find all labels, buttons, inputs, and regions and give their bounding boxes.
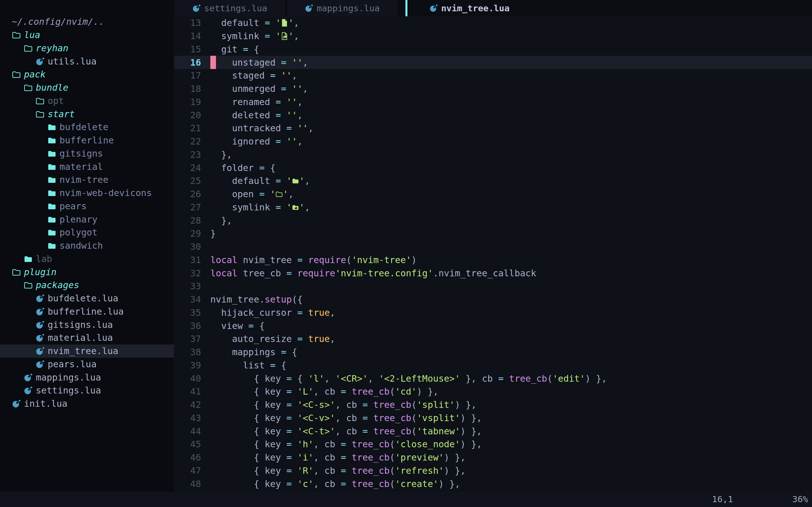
tree-item-bufferline-lua[interactable]: bufferline.lua [0, 305, 174, 318]
tree-item-material-lua[interactable]: material.lua [0, 331, 174, 344]
tree-item-pears-lua[interactable]: pears.lua [0, 358, 174, 371]
code-area[interactable]: 13 default = '',14 symlink = '',15 git =… [174, 16, 812, 490]
code-line-34[interactable]: 34nvim_tree.setup({ [174, 293, 812, 306]
line-text: deleted = '', [210, 110, 303, 121]
tree-item-nvim-web-devicons[interactable]: nvim-web-devicons [0, 186, 174, 200]
tree-item-start[interactable]: start [0, 107, 174, 121]
code-line-46[interactable]: 46 { key = 'i', cb = tree_cb('preview') … [174, 451, 812, 464]
dir-open-icon [36, 96, 45, 105]
code-line-45[interactable]: 45 { key = 'h', cb = tree_cb('close_node… [174, 438, 812, 451]
tree-item-sandwich[interactable]: sandwich [0, 239, 174, 252]
dir-closed-icon [47, 202, 56, 211]
tree-item-utils-lua[interactable]: utils.lua [0, 55, 174, 68]
line-number: 37 [174, 334, 201, 344]
tree-item-nvim-tree[interactable]: nvim-tree [0, 173, 174, 186]
tree-item-pears[interactable]: pears [0, 200, 174, 213]
dir-closed-icon [47, 122, 56, 131]
code-line-43[interactable]: 43 { key = '<C-v>', cb = tree_cb('vsplit… [174, 411, 812, 425]
editor-pane[interactable]: settings.luamappings.luanvim_tree.lua 13… [174, 0, 812, 492]
tree-item-bundle[interactable]: bundle [0, 81, 174, 94]
code-line-37[interactable]: 37 auto_resize = true, [174, 332, 812, 346]
tree-item-material[interactable]: material [0, 160, 174, 173]
code-line-23[interactable]: 23 }, [174, 148, 812, 161]
line-number: 26 [174, 189, 201, 200]
code-line-16[interactable]: 16 unstaged = '', [174, 56, 812, 69]
code-line-17[interactable]: 17 staged = '', [174, 69, 812, 82]
tree-item-nvim_tree-lua[interactable]: nvim_tree.lua [0, 344, 174, 358]
dir-open-icon [12, 268, 21, 277]
tree-item-plenary[interactable]: plenary [0, 213, 174, 226]
dir-open-icon [24, 44, 33, 53]
code-line-33[interactable]: 33 [174, 280, 812, 293]
tree-item-lab[interactable]: lab [0, 252, 174, 266]
code-line-32[interactable]: 32local tree_cb = require'nvim-tree.conf… [174, 267, 812, 280]
code-line-30[interactable]: 30 [174, 240, 812, 253]
code-line-26[interactable]: 26 open = '', [174, 187, 812, 201]
tree-item-mappings-lua[interactable]: mappings.lua [0, 371, 174, 384]
code-line-20[interactable]: 20 deleted = '', [174, 108, 812, 122]
tree-item-settings-lua[interactable]: settings.lua [0, 384, 174, 397]
tree-item-plugin[interactable]: plugin [0, 265, 174, 279]
line-number: 29 [174, 228, 201, 239]
tree-item-pack[interactable]: pack [0, 68, 174, 81]
line-text: hijack_cursor = true, [210, 307, 335, 318]
tree-item-gitsigns-lua[interactable]: gitsigns.lua [0, 318, 174, 331]
code-line-24[interactable]: 24 folder = { [174, 161, 812, 174]
tree-item-bufferline[interactable]: bufferline [0, 134, 174, 147]
dir-open-icon [12, 31, 21, 40]
line-text: local nvim_tree = require('nvim-tree') [210, 255, 417, 265]
tab-mappings-lua[interactable]: mappings.lua [287, 0, 397, 16]
tree-item-lua[interactable]: lua [0, 29, 174, 42]
dir-closed-icon [47, 149, 56, 158]
code-line-42[interactable]: 42 { key = '<C-s>', cb = tree_cb('split'… [174, 398, 812, 411]
tree-item-opt[interactable]: opt [0, 94, 174, 108]
tree-item-label: pears [59, 201, 87, 212]
dir-closed-icon [47, 241, 56, 250]
code-line-31[interactable]: 31local nvim_tree = require('nvim-tree') [174, 253, 812, 267]
code-line-39[interactable]: 39 list = { [174, 359, 812, 372]
tree-item-init-lua[interactable]: init.lua [0, 397, 174, 410]
code-line-47[interactable]: 47 { key = 'R', cb = tree_cb('refresh') … [174, 464, 812, 477]
line-text: { key = { 'l', '<CR>', '<2-LeftMouse>' }… [210, 373, 607, 384]
code-line-36[interactable]: 36 view = { [174, 319, 812, 332]
code-line-14[interactable]: 14 symlink = '', [174, 30, 812, 43]
tab-settings-lua[interactable]: settings.lua [174, 0, 285, 16]
code-line-41[interactable]: 41 { key = 'L', cb = tree_cb('cd') }, [174, 385, 812, 398]
tree-item-label: mappings.lua [36, 372, 101, 383]
code-line-15[interactable]: 15 git = { [174, 43, 812, 56]
code-line-29[interactable]: 29} [174, 227, 812, 240]
code-line-19[interactable]: 19 renamed = '', [174, 96, 812, 109]
code-line-13[interactable]: 13 default = '', [174, 16, 812, 30]
code-line-18[interactable]: 18 unmerged = '', [174, 82, 812, 96]
code-line-28[interactable]: 28 }, [174, 214, 812, 227]
tree-item-bufdelete-lua[interactable]: bufdelete.lua [0, 292, 174, 305]
code-line-44[interactable]: 44 { key = '<C-t>', cb = tree_cb('tabnew… [174, 425, 812, 438]
code-line-27[interactable]: 27 symlink = '', [174, 201, 812, 214]
line-number: 23 [174, 149, 201, 160]
line-number: 30 [174, 241, 201, 252]
line-number: 43 [174, 413, 201, 424]
tree-item-polygot[interactable]: polygot [0, 226, 174, 239]
code-line-48[interactable]: 48 { key = 'c', cb = tree_cb('create') }… [174, 477, 812, 490]
tree-root-path[interactable]: ~/.config/nvim/.. [0, 15, 174, 29]
dir-open-icon [24, 83, 33, 92]
line-text: unstaged = '', [210, 57, 308, 68]
code-line-21[interactable]: 21 untracked = '', [174, 122, 812, 135]
tree-item-gitsigns[interactable]: gitsigns [0, 147, 174, 160]
line-text: symlink = '', [210, 31, 299, 41]
tree-item-packages[interactable]: packages [0, 279, 174, 292]
code-line-40[interactable]: 40 { key = { 'l', '<CR>', '<2-LeftMouse>… [174, 372, 812, 385]
tab-nvim_tree-lua[interactable]: nvim_tree.lua [407, 0, 531, 16]
line-text: { key = 'L', cb = tree_cb('cd') }, [210, 386, 439, 397]
tree-item-bufdelete[interactable]: bufdelete [0, 121, 174, 134]
line-number: 32 [174, 268, 201, 279]
code-line-35[interactable]: 35 hijack_cursor = true, [174, 306, 812, 320]
lua-icon [36, 320, 45, 329]
code-line-22[interactable]: 22 ignored = '', [174, 135, 812, 148]
code-line-25[interactable]: 25 default = '', [174, 174, 812, 187]
line-text: untracked = '', [210, 123, 313, 133]
line-number: 40 [174, 373, 201, 384]
file-tree-panel: ~/.config/nvim/..luareyhanutils.luapackb… [0, 0, 174, 492]
code-line-38[interactable]: 38 mappings = { [174, 346, 812, 359]
tree-item-reyhan[interactable]: reyhan [0, 42, 174, 55]
